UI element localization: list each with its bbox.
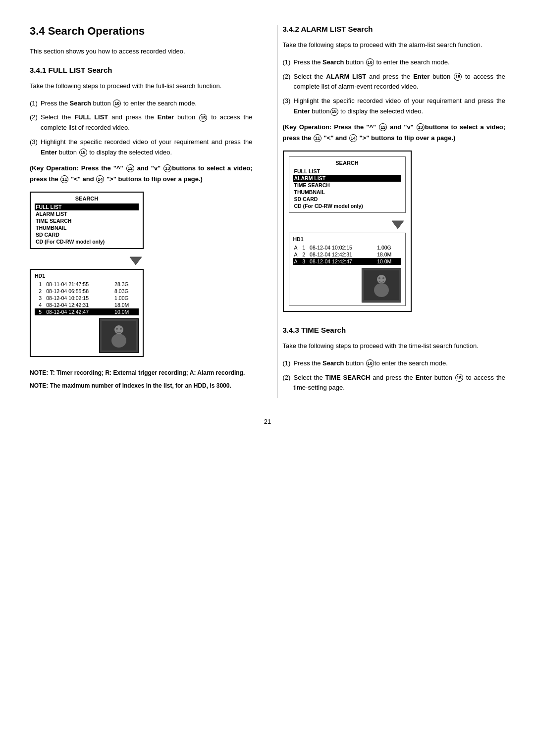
note-2: NOTE: The maximum number of indexes in t… <box>30 381 253 391</box>
menu-alarm-list: ALARM LIST <box>35 210 139 217</box>
row-num: 4 <box>38 302 45 308</box>
menu-alarm-list: ALARM LIST <box>293 175 401 182</box>
screen-title: SEARCH <box>35 196 139 202</box>
alarm-step-1: (1) Press the Search button 10 to enter … <box>283 57 506 68</box>
alarm-step-3: (3) Highlight the specific recorded vide… <box>283 96 506 117</box>
menu-time-search: TIME SEARCH <box>293 182 401 189</box>
menu-thumbnail: THUMBNAIL <box>35 224 139 231</box>
svg-point-5 <box>120 328 122 330</box>
table-row-selected: A 3 08-12-04 12:42:47 10.0M <box>293 258 401 265</box>
row-date: 08-12-04 12:42:31 <box>45 302 113 308</box>
hd-title: HD1 <box>293 236 401 242</box>
circle-15b: 15 <box>79 149 87 156</box>
person-silhouette-icon <box>364 270 399 300</box>
step-num: (1) <box>283 57 291 68</box>
row-date: 08-12-04 06:55:58 <box>45 288 113 295</box>
full-list-title: 3.4.1 FULL LIST Search <box>30 66 253 74</box>
circle-11: 11 <box>314 134 321 142</box>
screen-title: SEARCH <box>293 160 401 166</box>
row-size: 18.0M <box>113 302 139 308</box>
table-row: A 2 08-12-04 12:42:31 18.0M <box>293 251 401 258</box>
row-date: 08-12-04 10:02:15 <box>309 244 376 251</box>
full-list-screen-area: SEARCH FULL LIST ALARM LIST TIME SEARCH … <box>30 192 253 357</box>
step-num: (2) <box>283 72 291 82</box>
svg-point-3 <box>111 334 126 348</box>
alarm-video-thumbnail <box>362 268 401 302</box>
left-column: 3.4 Search Operations This section shows… <box>30 25 258 398</box>
alarm-list-title: 3.4.2 ALARM LIST Search <box>283 25 506 33</box>
time-search-intro: Take the following steps to proceed with… <box>283 341 506 352</box>
row-num: 5 <box>38 308 45 315</box>
row-size: 10.0M <box>376 258 401 265</box>
bold-fulllist: FULL LIST <box>74 113 108 121</box>
full-list-search-screen: SEARCH FULL LIST ALARM LIST TIME SEARCH … <box>30 192 144 249</box>
row-size: 1.00G <box>376 244 401 251</box>
row-num: 3 <box>38 295 45 302</box>
svg-point-9 <box>374 283 389 297</box>
notes-block: NOTE: T: Timer recording; R: External tr… <box>30 368 253 391</box>
circle-15: 15 <box>199 114 207 122</box>
svg-point-4 <box>116 328 118 330</box>
time-search-steps: (1) Press the Search button 10to enter t… <box>283 358 506 393</box>
bold-search: Search <box>322 58 344 66</box>
menu-full-list: FULL LIST <box>293 168 401 175</box>
alarm-search-screen: SEARCH FULL LIST ALARM LIST TIME SEARCH … <box>289 156 406 213</box>
menu-full-list: FULL LIST <box>35 203 139 210</box>
row-size: 1.00G <box>113 295 139 302</box>
circle-10: 10 <box>366 58 374 66</box>
table-row-selected: 5 08-12-04 12:42:47 10.0M <box>35 308 139 315</box>
arrow-down-area <box>30 251 144 267</box>
arrow-down-icon <box>390 215 406 231</box>
row-size: 10.0M <box>113 308 139 315</box>
circle-10: 10 <box>366 359 374 367</box>
full-list-step-3: (3) Highlight the specific recorded vide… <box>30 137 253 158</box>
full-list-intro: Take the following steps to proceed with… <box>30 81 253 92</box>
row-date: 08-12-04 12:42:47 <box>309 258 376 265</box>
full-list-step-1: (1) Press the Search button 10 to enter … <box>30 99 253 109</box>
menu-time-search: TIME SEARCH <box>35 217 139 224</box>
hd-title: HD1 <box>35 273 139 279</box>
circle-15: 15 <box>455 374 463 382</box>
step-num: (1) <box>30 99 38 109</box>
table-row: A 1 08-12-04 10:02:15 1.00G <box>293 244 401 251</box>
bold-alarmlist: ALARM LIST <box>326 73 366 80</box>
svg-marker-0 <box>130 257 142 265</box>
bold-enter: Enter <box>158 113 174 121</box>
page-container: 3.4 Search Operations This section shows… <box>0 0 535 756</box>
circle-12: 12 <box>126 164 134 172</box>
bold-enter: Enter <box>294 107 310 115</box>
video-thumbnail <box>99 318 139 353</box>
row-prefix: A <box>293 244 302 251</box>
row-prefix: A <box>293 258 302 265</box>
row-num: 1 <box>38 281 45 288</box>
bold-enter: Enter <box>41 149 57 156</box>
row-num: 2 <box>301 251 309 258</box>
alarm-hd-table: A 1 08-12-04 10:02:15 1.00G A 2 08-12-04… <box>293 244 401 265</box>
table-row: 3 08-12-04 10:02:15 1.00G <box>35 295 139 302</box>
row-date: 08-12-04 10:02:15 <box>45 295 113 302</box>
full-list-hd-box: HD1 1 08-11-04 21:47:55 28.3G 2 08-12-04… <box>30 269 144 357</box>
bold-search: Search <box>70 100 91 107</box>
person-silhouette-icon <box>102 321 136 351</box>
alarm-arrow-area <box>289 215 406 231</box>
circle-13: 13 <box>417 123 425 131</box>
bold-enter: Enter <box>413 73 429 80</box>
note-1: NOTE: T: Timer recording; R: External tr… <box>30 368 253 378</box>
alarm-hd-box: HD1 A 1 08-12-04 10:02:15 1.00G A 2 <box>289 233 406 306</box>
circle-10: 10 <box>113 100 121 107</box>
row-num: 1 <box>301 244 309 251</box>
alarm-list-screen-area: SEARCH FULL LIST ALARM LIST TIME SEARCH … <box>283 151 506 312</box>
row-date: 08-12-04 12:42:47 <box>45 308 113 315</box>
svg-point-10 <box>378 277 380 279</box>
section-intro: This section shows you how to access rec… <box>30 47 253 57</box>
circle-15: 15 <box>454 73 462 81</box>
section-title: 3.4 Search Operations <box>30 25 253 38</box>
row-num: 2 <box>38 288 45 295</box>
circle-13: 13 <box>163 164 171 172</box>
right-column: 3.4.2 ALARM LIST Search Take the followi… <box>277 25 506 398</box>
menu-thumbnail: THUMBNAIL <box>293 189 401 196</box>
menu-cd: CD (For CD-RW model only) <box>293 202 401 209</box>
full-list-step-2: (2) Select the FULL LIST and press the E… <box>30 112 253 133</box>
step-num: (3) <box>283 96 291 106</box>
row-size: 18.0M <box>376 251 401 258</box>
